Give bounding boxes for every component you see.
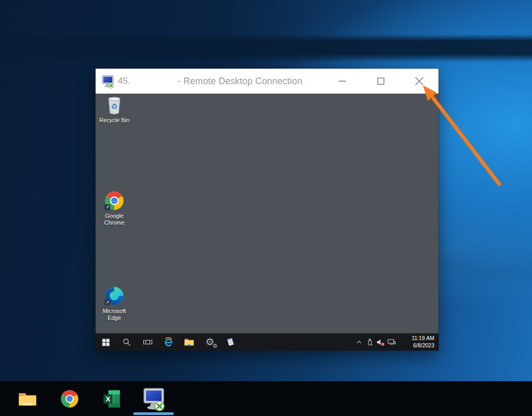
svg-text:♻: ♻ xyxy=(111,102,117,111)
clock-time: 11:19 AM xyxy=(397,335,434,342)
remote-desktop-icon xyxy=(141,386,166,411)
close-button[interactable] xyxy=(400,69,438,94)
shortcut-overlay-icon: ↗ xyxy=(104,300,110,305)
windows-start-icon xyxy=(101,337,111,347)
host-taskbar: X xyxy=(0,381,532,416)
start-button[interactable] xyxy=(96,333,116,350)
host-taskbar-microsoft-excel[interactable]: X xyxy=(90,381,132,416)
gears-icon: ⚙⚙ xyxy=(205,337,214,347)
desktop-icon-label: Google Chrome xyxy=(96,213,133,226)
desktop-icon-label: Recycle Bin xyxy=(96,117,133,124)
window-controls xyxy=(323,69,438,94)
internet-explorer-icon xyxy=(163,336,174,347)
host-taskbar-remote-desktop[interactable] xyxy=(132,381,175,416)
chrome-icon xyxy=(60,389,79,408)
internet-explorer-button[interactable] xyxy=(158,333,179,350)
tray-usb-device-button[interactable] xyxy=(364,333,375,350)
maximize-icon xyxy=(376,76,385,86)
search-button[interactable] xyxy=(116,333,137,350)
rdp-title: - Remote Desktop Connection xyxy=(178,69,302,94)
task-view-button[interactable] xyxy=(137,333,158,350)
minimize-button[interactable] xyxy=(323,69,362,94)
tray-clock[interactable]: 11:19 AM 6/8/2023 xyxy=(397,335,438,349)
desktop-icon-recycle-bin[interactable]: ♻ Recycle Bin xyxy=(96,95,133,124)
rdp-titlebar[interactable]: 45. - Remote Desktop Connection xyxy=(96,69,438,94)
desktop-icon-google-chrome[interactable]: ↗ Google Chrome xyxy=(96,190,133,226)
tray-volume-button[interactable] xyxy=(375,333,386,350)
folder-icon xyxy=(18,391,37,407)
maximize-button[interactable] xyxy=(362,69,400,94)
task-view-icon xyxy=(143,337,153,347)
volume-muted-icon xyxy=(376,338,385,346)
network-icon xyxy=(387,338,396,346)
host-taskbar-google-chrome[interactable] xyxy=(48,381,90,416)
shortcut-overlay-icon: ↗ xyxy=(104,204,110,210)
remote-desktop-icon xyxy=(101,74,115,88)
clock-date: 6/8/2023 xyxy=(397,342,434,349)
svg-text:X: X xyxy=(105,395,110,403)
notepad-button[interactable] xyxy=(220,333,241,350)
search-icon xyxy=(122,337,131,347)
remote-desktop-window: 45. - Remote Desktop Connection xyxy=(96,69,438,350)
chevron-up-icon xyxy=(355,339,363,346)
file-explorer-button[interactable] xyxy=(179,333,200,350)
close-icon xyxy=(414,76,424,86)
usb-device-icon xyxy=(366,338,374,346)
host-taskbar-file-explorer[interactable] xyxy=(6,381,48,416)
minimize-icon xyxy=(338,76,347,86)
excel-icon: X xyxy=(102,389,122,408)
desktop-icon-label: Microsoft Edge xyxy=(96,308,133,321)
tray-network-button[interactable] xyxy=(386,333,397,350)
notepad-icon xyxy=(225,337,236,347)
active-app-indicator xyxy=(134,412,174,415)
rdp-desktop-surface: ♻ Recycle Bin ↗ Google Chrome xyxy=(96,94,438,333)
desktop-icon-microsoft-edge[interactable]: ↗ Microsoft Edge xyxy=(96,285,133,321)
rdp-taskbar: ⚙⚙ xyxy=(96,333,438,350)
settings-gears-button[interactable]: ⚙⚙ xyxy=(200,333,220,350)
rdp-title-prefix: 45. xyxy=(118,76,130,86)
recycle-bin-icon: ♻ xyxy=(104,95,124,115)
tray-show-hidden-icons-button[interactable] xyxy=(353,333,364,350)
folder-icon xyxy=(184,337,194,346)
